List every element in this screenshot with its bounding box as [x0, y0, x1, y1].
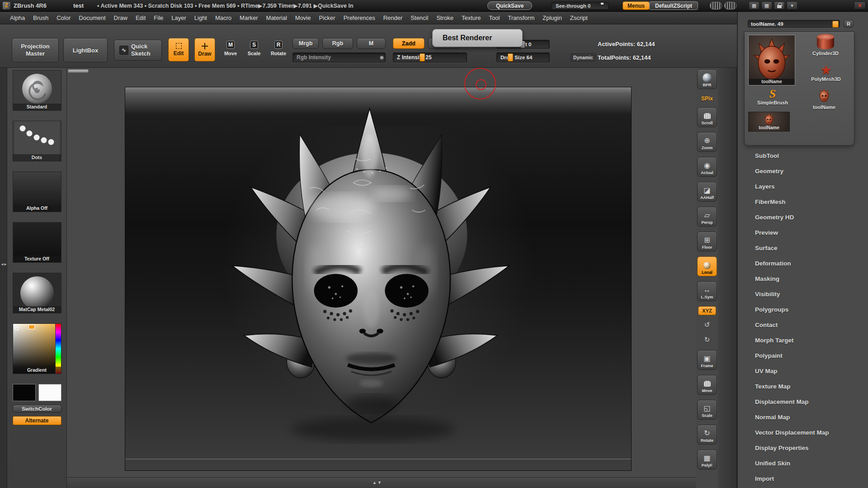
default-zscript-button[interactable]: DefaultZScript: [649, 1, 698, 10]
tray-grip-handle[interactable]: [724, 2, 736, 9]
color-gradient-picker[interactable]: Gradient: [13, 323, 61, 374]
menu-item[interactable]: Texture: [458, 12, 485, 24]
m-button[interactable]: M: [357, 38, 386, 49]
strip-button[interactable]: Persp: [697, 207, 717, 227]
strip-button[interactable]: [697, 335, 717, 345]
menu-item[interactable]: Zplugin: [538, 12, 566, 24]
tool-item-cylinder3d[interactable]: Cylinder3D: [800, 34, 851, 62]
strip-button[interactable]: Floor: [697, 232, 717, 251]
menu-item[interactable]: Alpha: [6, 12, 29, 24]
strip-button[interactable]: Scroll: [697, 107, 717, 127]
strip-button[interactable]: Zoom: [697, 132, 717, 152]
lock-button[interactable]: [774, 1, 785, 9]
gradient-sv-square[interactable]: [13, 324, 55, 374]
mrgb-button[interactable]: Mrgb: [292, 38, 319, 49]
menu-item[interactable]: Brush: [29, 12, 52, 24]
tool-section-header[interactable]: Texture Map: [738, 379, 868, 394]
strip-button[interactable]: AAHalf: [697, 182, 717, 202]
menu-item[interactable]: Transform: [504, 12, 538, 24]
strip-button[interactable]: [697, 320, 717, 330]
draw-size-slider[interactable]: Draw Size 64: [496, 52, 550, 62]
projection-master-button[interactable]: Projection Master: [12, 38, 59, 62]
rgb-intensity-slider[interactable]: Rgb Intensity: [292, 52, 386, 62]
zadd-button[interactable]: Zadd: [393, 38, 425, 49]
strip-button[interactable]: Frame: [697, 350, 717, 370]
current-brush-selector[interactable]: Standard: [13, 70, 61, 111]
strip-button[interactable]: Local: [697, 256, 717, 276]
tool-section-header[interactable]: Geometry HD: [738, 210, 868, 225]
strip-button[interactable]: SPix: [701, 94, 713, 102]
menu-item[interactable]: Macro: [211, 12, 236, 24]
menus-button[interactable]: Menus: [623, 1, 650, 10]
tool-section-header[interactable]: Deformation: [738, 256, 868, 271]
menu-item[interactable]: Zscript: [566, 12, 592, 24]
tool-section-header[interactable]: SubTool: [738, 148, 868, 164]
canvas-scroll-arrows[interactable]: ▲▼: [373, 480, 382, 485]
strip-button[interactable]: BPR: [697, 69, 717, 89]
tray-grip-handle[interactable]: [710, 2, 722, 9]
strip-button[interactable]: Rotate: [697, 425, 717, 445]
rgb-button[interactable]: Rgb: [322, 38, 353, 49]
menu-item[interactable]: Stroke: [432, 12, 458, 24]
tool-section-header[interactable]: Unified Skin: [738, 456, 868, 471]
restore-config-button[interactable]: R: [844, 20, 854, 28]
rotate-mode-button[interactable]: R Rotate: [269, 39, 288, 62]
document-canvas[interactable]: [125, 87, 632, 471]
menu-item[interactable]: Preferences: [340, 12, 379, 24]
horizontal-scrollbar[interactable]: [68, 69, 89, 73]
active-tool-thumbnail[interactable]: toolName: [748, 35, 795, 85]
strip-button[interactable]: Actual: [697, 157, 717, 177]
lightbox-button[interactable]: LightBox: [63, 38, 108, 62]
tool-section-header[interactable]: Geometry: [738, 164, 868, 179]
tool-section-header[interactable]: Visibility: [738, 287, 868, 302]
stroke-thumbnail[interactable]: Dots: [13, 121, 61, 161]
grid-layout-button[interactable]: ▦: [761, 1, 772, 9]
menu-item[interactable]: Render: [379, 12, 407, 24]
strip-button[interactable]: Scale: [697, 400, 717, 420]
collapse-button[interactable]: ▾: [787, 1, 797, 9]
menu-item[interactable]: Light: [190, 12, 211, 24]
tool-item-toolname[interactable]: toolName: [802, 88, 847, 108]
slider-knob[interactable]: [380, 56, 384, 60]
slider-knob[interactable]: [508, 53, 513, 62]
see-through-slider[interactable]: See-through 0: [552, 2, 609, 9]
menu-item[interactable]: Tool: [485, 12, 504, 24]
current-material-selector[interactable]: MatCap Metal02: [13, 273, 61, 313]
tool-section-header[interactable]: Masking: [738, 271, 868, 287]
current-alpha-selector[interactable]: Alpha Off: [13, 171, 61, 212]
tool-section-header[interactable]: Surface: [738, 241, 868, 256]
alpha-thumbnail[interactable]: Alpha Off: [13, 171, 61, 212]
edit-mode-button[interactable]: Edit: [168, 38, 189, 62]
menu-item[interactable]: Document: [75, 12, 109, 24]
current-stroke-selector[interactable]: Dots: [13, 121, 61, 161]
tray-divider[interactable]: [718, 68, 737, 488]
tool-section-header[interactable]: Displacement Map: [738, 394, 868, 410]
tool-name-slider[interactable]: toolName. 49: [748, 20, 840, 28]
menu-item[interactable]: Picker: [315, 12, 340, 24]
texture-thumbnail[interactable]: Texture Off: [13, 222, 61, 263]
menu-item[interactable]: File: [150, 12, 167, 24]
tool-section-header[interactable]: UV Map: [738, 364, 868, 379]
menu-item[interactable]: Edit: [132, 12, 150, 24]
strip-button[interactable]: L.Sym: [697, 281, 717, 301]
switch-color-button[interactable]: SwitchColor: [13, 405, 61, 412]
dynamic-toggle[interactable]: Dynamic: [571, 53, 596, 62]
slider-knob[interactable]: [420, 53, 425, 62]
grid-layout-button[interactable]: ▦: [749, 1, 760, 9]
tray-toggle-handle[interactable]: ◄►: [0, 262, 7, 266]
tool-section-header[interactable]: Import: [738, 471, 868, 487]
quick-sketch-button[interactable]: Quick Sketch: [114, 40, 162, 61]
scale-mode-button[interactable]: S Scale: [244, 39, 264, 62]
menu-item[interactable]: Material: [262, 12, 291, 24]
gradient-hue-strip[interactable]: [56, 324, 61, 374]
tool-section-header[interactable]: Morph Target: [738, 333, 868, 348]
brush-thumbnail[interactable]: Standard: [13, 70, 61, 111]
current-texture-selector[interactable]: Texture Off: [13, 222, 61, 263]
menu-item[interactable]: Layer: [167, 12, 190, 24]
secondary-color-swatch[interactable]: [38, 384, 61, 401]
draw-mode-button[interactable]: Draw: [194, 38, 215, 62]
tool-section-header[interactable]: Display Properties: [738, 441, 868, 456]
material-thumbnail[interactable]: MatCap Metal02: [13, 273, 61, 313]
tool-section-header[interactable]: Preview: [738, 225, 868, 241]
menu-item[interactable]: Stencil: [406, 12, 432, 24]
